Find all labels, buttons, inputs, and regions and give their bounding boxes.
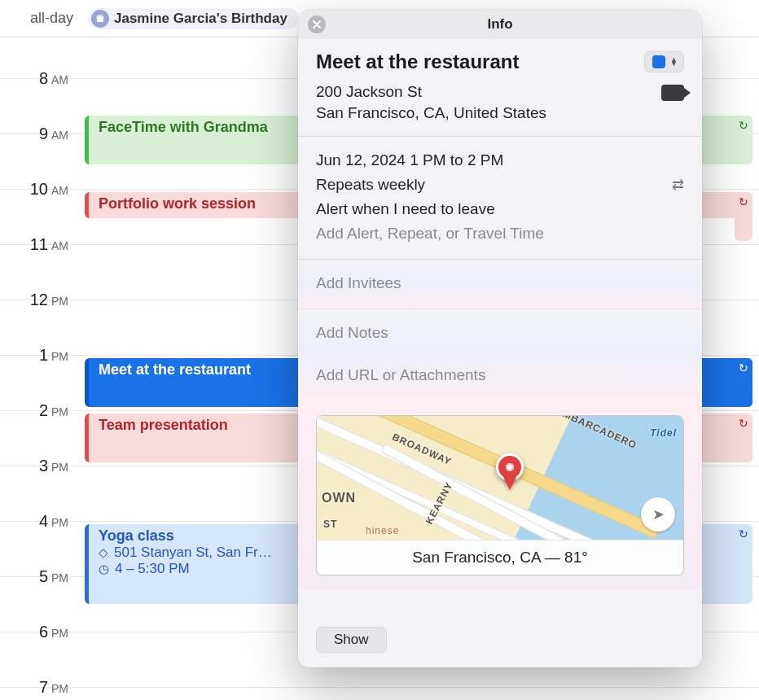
- street-label: EMBARCADERO: [555, 416, 638, 451]
- event-peek[interactable]: ↻: [735, 116, 752, 164]
- map-card[interactable]: BROADWAY EMBARCADERO KEARNY OWN ST Tidel…: [316, 415, 684, 575]
- popover-bottom-bar: Show: [298, 617, 702, 667]
- popover-header: Info: [298, 10, 702, 39]
- title-location-section: Meet at the restaurant ▲▼ 200 Jackson St…: [298, 39, 702, 137]
- close-button[interactable]: [308, 15, 326, 33]
- street-label: Tidel: [650, 427, 677, 439]
- event-repeat-row[interactable]: Repeats weekly ⇄: [316, 173, 684, 197]
- street-label: OWN: [322, 491, 356, 505]
- add-invitees[interactable]: Add Invitees: [316, 271, 684, 295]
- recurring-icon: ↻: [739, 119, 748, 164]
- show-button[interactable]: Show: [316, 627, 387, 653]
- add-notes[interactable]: Add Notes: [316, 321, 684, 345]
- repeat-icon: ⇄: [672, 176, 684, 194]
- event-repeat: Repeats weekly: [316, 176, 425, 194]
- all-day-event-title: Jasmine Garcia's Birthday: [114, 11, 287, 27]
- video-call-icon[interactable]: [661, 85, 684, 101]
- notes-url-section: Add Notes Add URL or Attachments: [298, 309, 702, 400]
- all-day-label: all-day: [11, 10, 73, 27]
- event-datetime[interactable]: Jun 12, 2024 1 PM to 2 PM: [316, 148, 684, 173]
- recurring-icon: ↻: [739, 195, 748, 241]
- event-title-input[interactable]: Meet at the restaurant: [316, 50, 636, 73]
- map-footer: San Francisco, CA — 81°: [317, 540, 683, 575]
- recurring-icon: ↻: [739, 361, 748, 407]
- invitees-section: Add Invitees: [298, 260, 702, 309]
- event-peek[interactable]: ↻: [735, 413, 752, 462]
- location-line2: San Francisco, CA, United States: [316, 103, 546, 124]
- recurring-icon: ↻: [739, 527, 748, 573]
- chevron-up-down-icon: ▲▼: [670, 58, 678, 66]
- street-label: hinese: [366, 525, 399, 536]
- map-section: BROADWAY EMBARCADERO KEARNY OWN ST Tidel…: [298, 400, 702, 590]
- street-label: ST: [323, 518, 337, 530]
- location-row[interactable]: 200 Jackson St San Francisco, CA, United…: [316, 81, 684, 123]
- clock-icon: [99, 561, 112, 577]
- gift-icon: [91, 10, 109, 28]
- event-peek[interactable]: ↻: [735, 192, 752, 241]
- location-line1: 200 Jackson St: [316, 81, 546, 103]
- compass-icon[interactable]: ➤: [641, 497, 675, 532]
- add-url-attachments[interactable]: Add URL or Attachments: [316, 363, 684, 387]
- datetime-section: Jun 12, 2024 1 PM to 2 PM Repeats weekly…: [298, 137, 702, 260]
- calendar-picker[interactable]: ▲▼: [644, 51, 684, 72]
- all-day-event-pill[interactable]: Jasmine Garcia's Birthday: [88, 8, 299, 29]
- add-alert-repeat-travel[interactable]: Add Alert, Repeat, or Travel Time: [316, 221, 684, 246]
- recurring-icon: ↻: [739, 417, 748, 462]
- event-alert[interactable]: Alert when I need to leave: [316, 197, 684, 221]
- event-peek[interactable]: ↻: [735, 358, 752, 407]
- map-canvas[interactable]: BROADWAY EMBARCADERO KEARNY OWN ST Tidel…: [317, 416, 683, 540]
- event-peek[interactable]: ↻: [735, 524, 752, 573]
- location-pin-icon: [99, 545, 111, 561]
- popover-title: Info: [487, 16, 512, 33]
- calendar-color-swatch: [652, 55, 665, 68]
- event-info-popover: Info Meet at the restaurant ▲▼ 200 Jacks…: [298, 10, 702, 667]
